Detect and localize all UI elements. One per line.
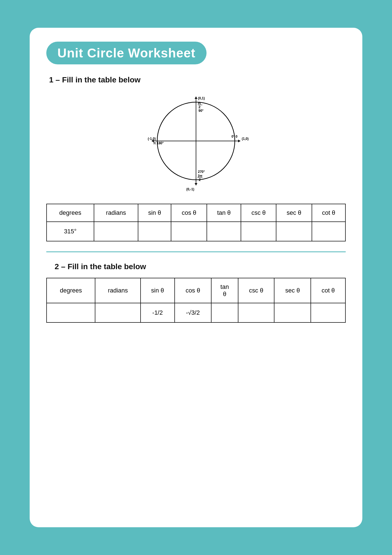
col-csc-1: csc θ bbox=[241, 204, 276, 222]
table-row: -1/2 -√3/2 bbox=[47, 303, 345, 322]
table-row: 315° bbox=[47, 222, 345, 241]
svg-marker-5 bbox=[195, 183, 197, 185]
col-csc-2: csc θ bbox=[238, 278, 274, 303]
svg-text:270°: 270° bbox=[198, 170, 205, 174]
cell-sec-2-1 bbox=[274, 303, 311, 322]
col-tan-1: tan θ bbox=[207, 204, 241, 222]
col-sin-2: sin θ bbox=[141, 278, 175, 303]
col-radians-1: radians bbox=[94, 204, 138, 222]
svg-marker-4 bbox=[195, 97, 197, 99]
page-card: Unit Circle Worksheet 1 – Fill in the ta… bbox=[30, 28, 362, 527]
cell-degrees-2-1 bbox=[47, 303, 95, 322]
cell-tan-2-1 bbox=[211, 303, 238, 322]
col-sec-1: sec θ bbox=[276, 204, 312, 222]
cell-csc-1-1 bbox=[241, 222, 276, 241]
col-cot-2: cot θ bbox=[311, 278, 345, 303]
col-sec-2: sec θ bbox=[274, 278, 311, 303]
col-cot-1: cot θ bbox=[312, 204, 345, 222]
svg-text:(1,0): (1,0) bbox=[242, 137, 249, 141]
section1-heading: 1 – Fill in the table below bbox=[49, 75, 346, 84]
col-degrees-2: degrees bbox=[47, 278, 95, 303]
col-degrees-1: degrees bbox=[47, 204, 94, 222]
cell-csc-2-1 bbox=[238, 303, 274, 322]
title-container: Unit Circle Worksheet bbox=[46, 42, 207, 64]
page-title: Unit Circle Worksheet bbox=[57, 46, 195, 60]
table-1-header-row: degrees radians sin θ cos θ tan θ csc θ … bbox=[47, 204, 345, 222]
svg-text:3π: 3π bbox=[198, 174, 202, 178]
cell-sin-1-1 bbox=[138, 222, 171, 241]
section2-heading: 2 – Fill in the table below bbox=[55, 262, 346, 271]
svg-text:π  180°: π 180° bbox=[153, 141, 164, 145]
unit-circle-container: (0,1) π ⁄ 2 90° (1,0) 0° 0 (-1,0) π 180°… bbox=[46, 91, 346, 194]
svg-text:2: 2 bbox=[198, 105, 200, 109]
section-divider bbox=[46, 251, 346, 252]
cell-cos-2-1: -√3/2 bbox=[175, 303, 211, 322]
col-cos-2: cos θ bbox=[175, 278, 211, 303]
unit-circle-svg: (0,1) π ⁄ 2 90° (1,0) 0° 0 (-1,0) π 180°… bbox=[143, 91, 249, 194]
table-2: degrees radians sin θ cos θ tanθ csc θ s… bbox=[46, 278, 346, 323]
svg-text:2: 2 bbox=[199, 178, 201, 182]
col-cos-1: cos θ bbox=[171, 204, 207, 222]
table-1: degrees radians sin θ cos θ tan θ csc θ … bbox=[46, 204, 346, 241]
cell-cos-1-1 bbox=[171, 222, 207, 241]
cell-cot-2-1 bbox=[311, 303, 345, 322]
svg-text:(0,-1): (0,-1) bbox=[186, 187, 194, 191]
col-radians-2: radians bbox=[95, 278, 141, 303]
col-sin-1: sin θ bbox=[138, 204, 171, 222]
section2-wrapper: 2 – Fill in the table below degrees radi… bbox=[46, 262, 346, 323]
table-2-header-row: degrees radians sin θ cos θ tanθ csc θ s… bbox=[47, 278, 345, 303]
cell-degrees-1-1: 315° bbox=[47, 222, 94, 241]
cell-cot-1-1 bbox=[312, 222, 345, 241]
svg-text:(0,1): (0,1) bbox=[198, 96, 205, 100]
cell-sec-1-1 bbox=[276, 222, 312, 241]
svg-text:0° 0: 0° 0 bbox=[231, 135, 238, 138]
svg-marker-2 bbox=[238, 140, 240, 142]
cell-tan-1-1 bbox=[207, 222, 241, 241]
cell-radians-1-1 bbox=[94, 222, 138, 241]
svg-text:90°: 90° bbox=[198, 109, 203, 113]
col-tan-2: tanθ bbox=[211, 278, 238, 303]
svg-text:(-1,0): (-1,0) bbox=[148, 137, 156, 141]
cell-sin-2-1: -1/2 bbox=[141, 303, 175, 322]
cell-radians-2-1 bbox=[95, 303, 141, 322]
